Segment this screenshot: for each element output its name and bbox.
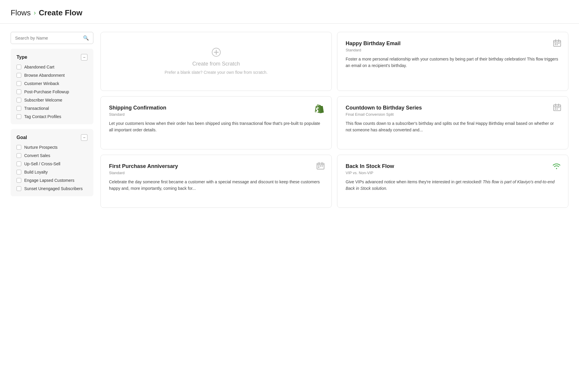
svg-rect-17 bbox=[557, 107, 558, 108]
main-layout: 🔍 Type − Abandoned Cart Browse Abandonme… bbox=[0, 24, 579, 216]
svg-rect-16 bbox=[555, 107, 556, 108]
filter-item-tag-contact[interactable]: Tag Contact Profiles bbox=[17, 114, 87, 119]
checkbox-transactional[interactable] bbox=[17, 106, 21, 111]
breadcrumb-arrow-icon: › bbox=[34, 9, 36, 17]
sidebar: 🔍 Type − Abandoned Cart Browse Abandonme… bbox=[11, 32, 93, 201]
anniversary-calendar-icon bbox=[317, 162, 324, 172]
goal-filter-title: Goal bbox=[17, 135, 27, 140]
svg-rect-26 bbox=[320, 166, 321, 166]
shipping-confirmation-subtitle: Standard bbox=[109, 112, 323, 117]
label-browse-abandonment: Browse Abandonment bbox=[24, 73, 65, 78]
goal-filter-section: Goal − Nurture Prospects Convert Sales U… bbox=[11, 129, 93, 196]
countdown-birthday-title: Countdown to Birthday Series bbox=[346, 105, 560, 111]
svg-rect-19 bbox=[555, 109, 556, 110]
goal-filter-header: Goal − bbox=[17, 134, 87, 141]
happy-birthday-desc: Foster a more personal relationship with… bbox=[346, 56, 560, 69]
wifi-icon bbox=[552, 162, 561, 171]
goal-filter-items: Nurture Prospects Convert Sales Up-Sell … bbox=[17, 145, 87, 191]
checkbox-nurture[interactable] bbox=[17, 145, 21, 150]
checkbox-convert-sales[interactable] bbox=[17, 153, 21, 158]
filter-item-sunset[interactable]: Sunset Unengaged Subscribers bbox=[17, 186, 87, 191]
filter-item-build-loyalty[interactable]: Build Loyalty bbox=[17, 170, 87, 174]
checkbox-upsell[interactable] bbox=[17, 161, 21, 166]
countdown-calendar-icon bbox=[553, 104, 561, 113]
first-purchase-anniversary-desc: Celebrate the day someone first became a… bbox=[109, 179, 323, 192]
checkbox-abandoned-cart[interactable] bbox=[17, 65, 21, 69]
create-scratch-title: Create from Scratch bbox=[192, 61, 240, 67]
svg-rect-9 bbox=[558, 43, 560, 44]
first-purchase-anniversary-card[interactable]: First Purchase Anniversary Standard Cele… bbox=[100, 155, 332, 208]
search-input[interactable] bbox=[15, 35, 83, 40]
search-icon: 🔍 bbox=[83, 35, 89, 41]
countdown-birthday-desc: This flow counts down to a subscriber's … bbox=[346, 120, 560, 133]
checkbox-build-loyalty[interactable] bbox=[17, 170, 21, 174]
breadcrumb-flows[interactable]: Flows bbox=[11, 8, 31, 17]
calendar-icon bbox=[553, 39, 561, 49]
create-scratch-desc: Prefer a blank slate? Create your own fl… bbox=[165, 69, 268, 76]
label-tag-contact: Tag Contact Profiles bbox=[24, 114, 61, 119]
svg-rect-28 bbox=[318, 167, 319, 168]
goal-filter-collapse[interactable]: − bbox=[81, 134, 87, 141]
label-sunset: Sunset Unengaged Subscribers bbox=[24, 186, 83, 191]
type-filter-items: Abandoned Cart Browse Abandonment Custom… bbox=[17, 65, 87, 119]
back-in-stock-subtitle: VIP vs. Non-VIP bbox=[346, 171, 560, 175]
filter-item-upsell[interactable]: Up-Sell / Cross-Sell bbox=[17, 161, 87, 166]
filter-item-nurture[interactable]: Nurture Prospects bbox=[17, 145, 87, 150]
svg-rect-7 bbox=[555, 43, 556, 44]
svg-rect-20 bbox=[557, 109, 558, 110]
filter-item-abandoned-cart[interactable]: Abandoned Cart bbox=[17, 65, 87, 69]
page-header: Flows › Create Flow bbox=[0, 0, 579, 24]
back-in-stock-card[interactable]: Back In Stock Flow VIP vs. Non-VIP Give … bbox=[337, 155, 568, 208]
checkbox-tag-contact[interactable] bbox=[17, 114, 21, 119]
svg-rect-25 bbox=[318, 166, 319, 166]
filter-item-convert-sales[interactable]: Convert Sales bbox=[17, 153, 87, 158]
first-purchase-anniversary-subtitle: Standard bbox=[109, 171, 323, 175]
filter-item-subscriber-welcome[interactable]: Subscriber Welcome bbox=[17, 98, 87, 102]
checkbox-customer-winback[interactable] bbox=[17, 81, 21, 86]
label-upsell: Up-Sell / Cross-Sell bbox=[24, 161, 60, 166]
create-from-scratch-card[interactable]: Create from Scratch Prefer a blank slate… bbox=[100, 32, 332, 91]
happy-birthday-subtitle: Standard bbox=[346, 48, 560, 52]
first-purchase-anniversary-title: First Purchase Anniversary bbox=[109, 163, 323, 169]
countdown-birthday-card[interactable]: Countdown to Birthday Series Final Email… bbox=[337, 96, 568, 149]
checkbox-post-purchase[interactable] bbox=[17, 89, 21, 94]
filter-item-browse-abandonment[interactable]: Browse Abandonment bbox=[17, 73, 87, 78]
type-filter-section: Type − Abandoned Cart Browse Abandonment… bbox=[11, 49, 93, 124]
label-transactional: Transactional bbox=[24, 106, 49, 111]
countdown-birthday-subtitle: Final Email Conversion Split bbox=[346, 112, 560, 117]
shopify-icon bbox=[314, 104, 324, 117]
breadcrumb-current: Create Flow bbox=[39, 8, 82, 17]
type-filter-header: Type − bbox=[17, 54, 87, 61]
back-in-stock-desc: Give VIPs advanced notice when items the… bbox=[346, 179, 560, 192]
filter-item-engage-lapsed[interactable]: Engage Lapsed Customers bbox=[17, 178, 87, 183]
svg-rect-11 bbox=[557, 44, 558, 45]
label-post-purchase: Post-Purchase Followup bbox=[24, 89, 69, 94]
shipping-confirmation-desc: Let your customers know when their order… bbox=[109, 120, 323, 133]
checkbox-engage-lapsed[interactable] bbox=[17, 178, 21, 183]
shipping-confirmation-card[interactable]: Shipping Confirmation Standard Let your … bbox=[100, 96, 332, 149]
checkbox-sunset[interactable] bbox=[17, 186, 21, 191]
create-scratch-plus-icon bbox=[212, 48, 221, 59]
label-convert-sales: Convert Sales bbox=[24, 153, 50, 158]
type-filter-collapse[interactable]: − bbox=[81, 54, 87, 61]
label-nurture: Nurture Prospects bbox=[24, 145, 58, 150]
checkbox-browse-abandonment[interactable] bbox=[17, 73, 21, 78]
checkbox-subscriber-welcome[interactable] bbox=[17, 98, 21, 102]
svg-rect-27 bbox=[322, 166, 323, 166]
happy-birthday-title: Happy Birthday Email bbox=[346, 40, 560, 47]
label-engage-lapsed: Engage Lapsed Customers bbox=[24, 178, 74, 183]
breadcrumb: Flows › Create Flow bbox=[11, 8, 568, 17]
happy-birthday-card[interactable]: Happy Birthday Email Standard Foster a m… bbox=[337, 32, 568, 91]
search-box[interactable]: 🔍 bbox=[11, 32, 93, 44]
svg-rect-8 bbox=[557, 43, 558, 44]
filter-item-customer-winback[interactable]: Customer Winback bbox=[17, 81, 87, 86]
cards-grid: Create from Scratch Prefer a blank slate… bbox=[100, 32, 568, 208]
label-build-loyalty: Build Loyalty bbox=[24, 170, 48, 174]
label-customer-winback: Customer Winback bbox=[24, 81, 59, 86]
filter-item-transactional[interactable]: Transactional bbox=[17, 106, 87, 111]
shipping-confirmation-title: Shipping Confirmation bbox=[109, 105, 323, 111]
type-filter-title: Type bbox=[17, 55, 27, 60]
filter-item-post-purchase[interactable]: Post-Purchase Followup bbox=[17, 89, 87, 94]
label-abandoned-cart: Abandoned Cart bbox=[24, 65, 54, 69]
svg-rect-10 bbox=[555, 44, 556, 45]
